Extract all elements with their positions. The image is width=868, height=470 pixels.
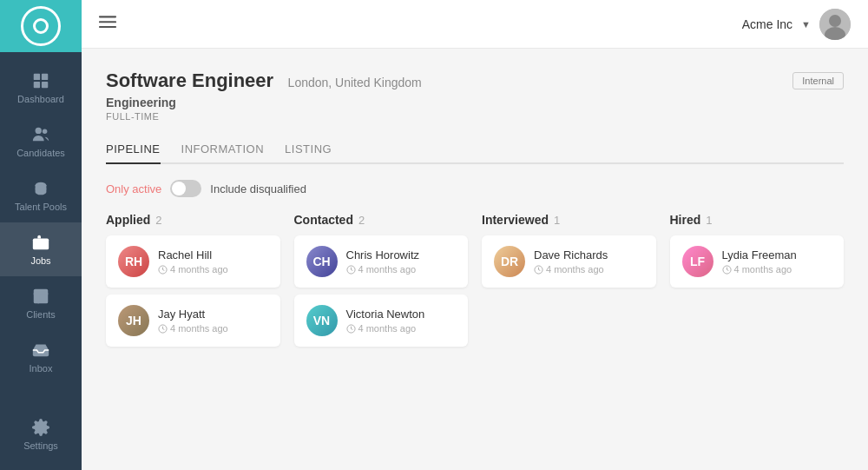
user-avatar[interactable] bbox=[819, 9, 851, 40]
pipeline-col-interviewed: Interviewed1DRDave Richards4 months ago bbox=[482, 213, 656, 347]
col-body-interviewed: DRDave Richards4 months ago bbox=[482, 235, 656, 288]
pipeline-board: Applied2RHRachel Hill4 months agoJHJay H… bbox=[106, 213, 844, 347]
candidate-time-lydia-freeman: 4 months ago bbox=[722, 264, 832, 275]
candidate-time-text-chris-horowitz: 4 months ago bbox=[358, 264, 417, 275]
menu-icon[interactable] bbox=[99, 13, 116, 35]
col-title-interviewed: Interviewed bbox=[482, 213, 549, 227]
candidate-card-victoria-newton[interactable]: VNVictoria Newton4 months ago bbox=[294, 295, 469, 347]
main-content: Acme Inc ▼ Software Engineer London, Uni… bbox=[82, 0, 868, 470]
job-title-section: Software Engineer London, United Kingdom bbox=[106, 70, 422, 92]
only-active-label: Only active bbox=[106, 182, 161, 195]
col-body-contacted: CHChris Horowitz4 months agoVNVictoria N… bbox=[294, 235, 469, 347]
sidebar-item-inbox[interactable]: Inbox bbox=[0, 330, 82, 384]
sidebar-item-talent-pools[interactable]: Talent Pools bbox=[0, 169, 82, 222]
candidate-time-jay-hyatt: 4 months ago bbox=[158, 323, 268, 334]
job-title: Software Engineer bbox=[106, 70, 273, 91]
topbar-left bbox=[99, 13, 116, 35]
col-count-contacted: 2 bbox=[358, 214, 365, 227]
sidebar: Dashboard Candidates Talent Pools Jobs bbox=[0, 0, 82, 470]
tab-information[interactable]: INFORMATION bbox=[181, 136, 265, 164]
pipeline-col-applied: Applied2RHRachel Hill4 months agoJHJay H… bbox=[106, 213, 280, 347]
candidate-avatar-victoria-newton: VN bbox=[306, 305, 338, 336]
include-disqualified-label: Include disqualified bbox=[210, 182, 306, 195]
candidate-time-text-victoria-newton: 4 months ago bbox=[358, 323, 417, 334]
candidate-card-rachel-hill[interactable]: RHRachel Hill4 months ago bbox=[106, 235, 280, 288]
candidate-card-lydia-freeman[interactable]: LFLydia Freeman4 months ago bbox=[670, 235, 845, 288]
clock-icon bbox=[346, 265, 356, 275]
svg-point-15 bbox=[829, 15, 841, 27]
clock-icon bbox=[346, 324, 356, 334]
clock-icon bbox=[722, 265, 732, 275]
page-content: Software Engineer London, United Kingdom… bbox=[82, 49, 868, 470]
col-count-hired: 1 bbox=[706, 214, 712, 227]
pipeline-col-hired: Hired1LFLydia Freeman4 months ago bbox=[670, 213, 845, 347]
hamburger-icon bbox=[99, 13, 116, 30]
sidebar-bottom: Settings bbox=[0, 407, 82, 470]
candidate-avatar-dave-richards: DR bbox=[494, 246, 525, 277]
col-title-applied: Applied bbox=[106, 213, 150, 227]
clock-icon bbox=[158, 265, 168, 275]
candidate-name-rachel-hill: Rachel Hill bbox=[158, 248, 268, 261]
svg-rect-9 bbox=[34, 289, 49, 304]
sidebar-item-settings[interactable]: Settings bbox=[0, 407, 82, 461]
pipeline-col-contacted: Contacted2CHChris Horowitz4 months agoVN… bbox=[294, 213, 469, 347]
candidate-card-chris-horowitz[interactable]: CHChris Horowitz4 months ago bbox=[294, 235, 469, 288]
sidebar-item-label: Settings bbox=[23, 440, 58, 451]
dashboard-icon bbox=[31, 71, 50, 90]
sidebar-item-clients[interactable]: Clients bbox=[0, 276, 82, 330]
company-dropdown-arrow[interactable]: ▼ bbox=[801, 19, 811, 30]
inbox-icon bbox=[31, 341, 50, 360]
svg-rect-0 bbox=[34, 74, 40, 80]
svg-rect-3 bbox=[42, 82, 48, 88]
candidate-info-lydia-freeman: Lydia Freeman4 months ago bbox=[722, 248, 832, 275]
candidate-time-victoria-newton: 4 months ago bbox=[346, 323, 457, 334]
svg-point-4 bbox=[36, 128, 42, 134]
tab-listing[interactable]: LISTING bbox=[285, 136, 332, 164]
candidates-icon bbox=[31, 125, 50, 144]
col-count-interviewed: 1 bbox=[554, 214, 560, 227]
jobs-icon bbox=[31, 233, 50, 252]
candidate-info-rachel-hill: Rachel Hill4 months ago bbox=[158, 248, 268, 275]
topbar-right: Acme Inc ▼ bbox=[742, 9, 851, 40]
candidate-name-jay-hyatt: Jay Hyatt bbox=[158, 308, 268, 321]
candidate-time-rachel-hill: 4 months ago bbox=[158, 264, 268, 275]
candidate-time-text-lydia-freeman: 4 months ago bbox=[734, 264, 792, 275]
sidebar-item-dashboard[interactable]: Dashboard bbox=[0, 61, 82, 115]
candidate-info-dave-richards: Dave Richards4 months ago bbox=[534, 248, 644, 275]
sidebar-item-candidates[interactable]: Candidates bbox=[0, 115, 82, 169]
candidate-time-text-jay-hyatt: 4 months ago bbox=[170, 323, 228, 334]
tab-pipeline[interactable]: PIPELINE bbox=[106, 136, 161, 164]
candidate-time-dave-richards: 4 months ago bbox=[534, 264, 644, 275]
candidate-info-jay-hyatt: Jay Hyatt4 months ago bbox=[158, 308, 268, 334]
job-location: London, United Kingdom bbox=[288, 76, 422, 89]
svg-rect-12 bbox=[99, 21, 116, 23]
col-title-hired: Hired bbox=[670, 213, 701, 227]
candidate-avatar-rachel-hill: RH bbox=[118, 246, 149, 277]
sidebar-item-jobs[interactable]: Jobs bbox=[0, 222, 82, 276]
svg-rect-11 bbox=[99, 16, 116, 17]
col-count-applied: 2 bbox=[155, 214, 161, 227]
active-toggle[interactable] bbox=[170, 180, 201, 197]
sidebar-item-label: Talent Pools bbox=[15, 202, 67, 212]
svg-rect-13 bbox=[99, 26, 116, 28]
company-name[interactable]: Acme Inc bbox=[742, 17, 792, 31]
internal-badge: Internal bbox=[792, 72, 844, 89]
clock-icon bbox=[534, 265, 543, 275]
candidate-name-chris-horowitz: Chris Horowitz bbox=[346, 248, 457, 261]
svg-point-5 bbox=[43, 129, 48, 135]
candidate-avatar-jay-hyatt: JH bbox=[118, 305, 149, 336]
svg-rect-1 bbox=[42, 74, 48, 80]
candidate-info-chris-horowitz: Chris Horowitz4 months ago bbox=[346, 248, 457, 275]
candidate-card-dave-richards[interactable]: DRDave Richards4 months ago bbox=[482, 235, 656, 288]
avatar-image bbox=[819, 9, 851, 40]
candidate-time-text-rachel-hill: 4 months ago bbox=[170, 264, 228, 275]
sidebar-logo bbox=[0, 0, 82, 52]
topbar: Acme Inc ▼ bbox=[82, 0, 868, 49]
talent-pools-icon bbox=[31, 179, 50, 198]
settings-icon bbox=[31, 418, 50, 437]
candidate-card-jay-hyatt[interactable]: JHJay Hyatt4 months ago bbox=[106, 295, 280, 347]
col-body-applied: RHRachel Hill4 months agoJHJay Hyatt4 mo… bbox=[106, 235, 280, 347]
job-title-row: Software Engineer London, United Kingdom… bbox=[106, 70, 844, 92]
clock-icon bbox=[158, 324, 168, 334]
col-header-hired: Hired1 bbox=[670, 213, 845, 227]
